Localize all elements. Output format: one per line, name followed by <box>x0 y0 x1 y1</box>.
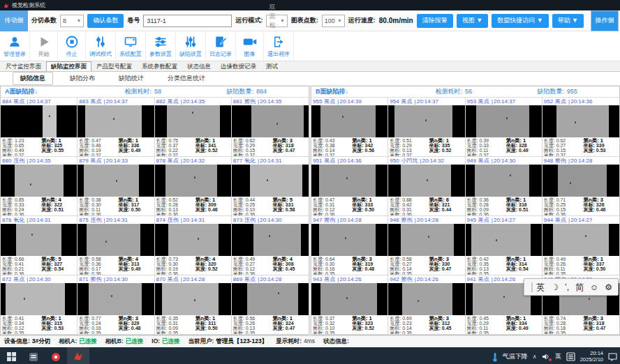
defect-cell[interactable]: 878 黑点 20:14:32 长度0.52 宽度0.28 面积0.13 米数0… <box>155 157 232 216</box>
defect-coordinate: 坐标323 <box>352 321 386 326</box>
defect-cell[interactable]: 942 擦伤 20:14:26 长度0.69 宽度0.23 面积0.14 米数0… <box>388 275 465 335</box>
taskbar-clock[interactable]: 20:14 2025/2/10 <box>580 351 603 363</box>
toolbar-button-user[interactable]: 管理登录 <box>0 31 30 61</box>
defect-cell[interactable]: 950 小凹坑 20:14:32 长度0.88 宽度0.42 面积0.31 米数… <box>388 157 465 216</box>
defect-cell[interactable]: 947 擦伤 20:14:28 长度0.64 宽度0.30 面积0.16 米数0… <box>311 216 388 275</box>
material-strip <box>553 224 608 256</box>
taskbar-app-icon-active[interactable] <box>67 347 89 364</box>
ime-language-indicator[interactable]: 英 <box>555 352 561 361</box>
defect-cell[interactable]: 881 擦伤 20:14:35 长度0.62 宽度0.29 面积0.15 米数0… <box>232 98 309 157</box>
defect-cell[interactable]: 869 黑点 20:14:28 长度0.56 宽度0.26 面积0.13 米数0… <box>232 275 309 335</box>
defect-stats: 长度0.85 宽度0.33 面积0.24 米数0.36 第n类4 坐标322 灰… <box>1 197 77 216</box>
taskbar-app-icon-2[interactable] <box>45 347 67 364</box>
tab-2[interactable]: 产品型号配置 <box>91 61 137 71</box>
toolbar-button-sliders-v[interactable]: 缺陷设置 <box>176 31 206 61</box>
subtab-1[interactable]: 缺陷分布 <box>63 73 102 84</box>
defect-cell[interactable]: 951 黑点 20:14:36 长度0.47 宽度0.31 面积0.12 米数0… <box>311 157 388 216</box>
subtab-3[interactable]: 分类信息统计 <box>161 73 212 84</box>
start-button[interactable] <box>0 347 22 364</box>
emoji-icon[interactable]: ☺ <box>590 283 598 291</box>
defect-gray-level: 灰度0.52 <box>195 266 230 271</box>
toolbar-button-stop[interactable]: 停止 <box>58 31 86 61</box>
defect-cell[interactable]: 884 黑点 20:14:37 长度1.23 宽度0.65 面积0.49 米数0… <box>1 98 78 157</box>
tab-5[interactable]: 边缘数据记录 <box>216 61 261 71</box>
toolbar-button-camera[interactable]: 图像 <box>236 31 264 61</box>
tab-3[interactable]: 系统参数配置 <box>137 61 182 71</box>
defect-image <box>542 224 619 256</box>
defect-cell[interactable]: 944 黑点 20:14:27 长度0.49 宽度0.26 面积0.11 米数0… <box>542 216 619 275</box>
tab-0[interactable]: 尺寸监控界面 <box>1 61 46 71</box>
ime-english-mode[interactable]: 英 <box>536 283 545 291</box>
defect-coordinate: 坐标316 <box>506 202 540 207</box>
drive-side-button[interactable]: 传动侧 <box>0 10 28 31</box>
defect-cell[interactable]: 955 黑点 20:14:39 长度0.43 宽度0.38 面积0.14 米数0… <box>311 98 388 157</box>
defect-cell[interactable]: 953 黑点 20:14:37 长度0.39 宽度0.33 面积0.11 米数0… <box>466 98 542 157</box>
defect-cell[interactable]: 945 黑点 20:14:27 长度0.42 宽度0.35 面积0.13 米数0… <box>466 216 542 275</box>
defect-cell[interactable]: 882 黑点 20:14:35 长度0.75 宽度0.37 面积0.22 米数0… <box>155 98 232 157</box>
defect-mark <box>30 183 31 185</box>
defect-cell[interactable]: 876 氧化 20:14:31 长度0.66 宽度0.41 面积0.21 米数0… <box>1 216 78 275</box>
defect-time: 20:14:31 <box>104 217 128 223</box>
defect-area: 面积0.13 <box>156 207 195 212</box>
defect-length: 长度0.58 <box>390 257 429 261</box>
defect-type: 擦伤 <box>324 216 335 224</box>
toolbar-button-exit[interactable]: 退出程序 <box>264 31 294 61</box>
moon-icon[interactable]: ☽ <box>551 283 559 291</box>
defect-cell[interactable]: 874 压伤 20:14:31 长度0.73 宽度0.30 面积0.19 米数0… <box>155 216 232 275</box>
tray-expand-caret[interactable]: ∧ <box>533 354 537 360</box>
defect-cell[interactable]: 870 黑点 20:14:28 长度0.35 宽度0.31 面积0.09 米数0… <box>155 275 232 335</box>
toolbar-button-monitor[interactable]: 系统配置 <box>116 31 146 61</box>
defect-cell[interactable]: 877 氧化 20:14:31 长度0.44 宽度0.25 面积0.10 米数0… <box>232 157 309 216</box>
defect-cell-header: 947 擦伤 20:14:28 <box>311 216 388 224</box>
toolbar-button-sliders-h[interactable]: 参数设置 <box>146 31 176 61</box>
defect-cell[interactable]: 872 黑点 20:14:30 长度0.41 宽度0.34 面积0.12 米数0… <box>1 275 78 335</box>
subtab-0[interactable]: 缺陷信息 <box>13 72 53 85</box>
tab-4[interactable]: 状态信息 <box>182 61 216 71</box>
defect-cell[interactable]: 879 黑点 20:14:33 长度0.38 宽度0.30 面积0.11 米数0… <box>78 157 154 216</box>
run-mode-select[interactable]: 双面检测 ▼ <box>266 15 287 27</box>
defect-cell[interactable]: 880 压伤 20:14:35 长度0.85 宽度0.33 面积0.24 米数0… <box>1 157 78 216</box>
action-center-icon[interactable] <box>608 353 617 361</box>
defect-time: 20:14:30 <box>104 276 128 282</box>
taskbar-app-icon-1[interactable] <box>22 347 45 364</box>
weather-text[interactable]: 气温下降 <box>503 352 528 361</box>
tab-6[interactable]: 测试 <box>261 61 283 71</box>
defect-cell[interactable]: 873 压伤 20:14:30 长度0.49 宽度0.27 面积0.12 米数0… <box>232 216 309 275</box>
defect-cell[interactable]: 954 黑点 20:14:37 长度0.51 宽度0.29 面积0.13 米数0… <box>388 98 465 157</box>
clear-alarm-button[interactable]: 清除报警 <box>417 14 453 28</box>
thermometer-icon[interactable] <box>492 352 498 362</box>
defect-cell[interactable]: 875 压伤 20:14:31 长度0.58 宽度0.36 面积0.17 米数0… <box>78 216 154 275</box>
defect-width: 宽度0.26 <box>233 321 273 326</box>
ime-simplified-mode[interactable]: 简 <box>575 283 584 291</box>
defect-cell[interactable]: 948 擦伤 20:14:28 长度0.71 宽度0.25 面积0.15 米数0… <box>542 157 619 216</box>
defect-coordinate: 坐标319 <box>352 261 386 266</box>
toolbar-button-tune[interactable]: 调试模式 <box>86 31 116 61</box>
defect-cell[interactable]: 949 黑点 20:14:30 长度0.36 宽度0.28 面积0.09 米数0… <box>466 157 542 216</box>
defect-cell[interactable]: 943 黑点 20:14:26 长度0.37 宽度0.32 面积0.10 米数0… <box>311 275 388 335</box>
tab-1[interactable]: 缺陷监控界面 <box>46 61 91 71</box>
defect-cell[interactable]: 883 黑点 20:14:37 长度0.47 宽度0.46 面积0.19 米数0… <box>78 98 154 157</box>
punctuation-icon[interactable]: ’, <box>565 283 569 291</box>
defect-cell[interactable]: 871 擦伤 20:14:30 长度0.77 宽度0.24 面积0.16 米数0… <box>78 275 154 335</box>
defect-type: 黑点 <box>13 275 24 283</box>
chart-points-select[interactable]: 100 ▼ <box>322 15 345 27</box>
volume-icon[interactable] <box>542 353 550 361</box>
slit-count-select[interactable]: 8 ▼ <box>60 15 84 27</box>
defect-cell[interactable]: 946 擦伤 20:14:28 长度0.58 宽度0.27 面积0.14 米数0… <box>388 216 465 275</box>
defect-cell-header: 875 压伤 20:14:31 <box>78 216 154 224</box>
subtab-2[interactable]: 缺陷统计 <box>112 73 151 84</box>
defect-area: 面积0.16 <box>313 266 352 271</box>
toolbar-button-play[interactable]: 开始 <box>30 31 58 61</box>
ime-keyboard-icon[interactable] <box>566 352 575 361</box>
confirm-count-button[interactable]: 确认条数 <box>87 14 124 28</box>
quick-access-menu-button[interactable]: 数据快捷访问 ▼ <box>492 14 548 28</box>
defect-time: 20:14:36 <box>337 158 361 164</box>
gear-icon[interactable]: ⚙ <box>605 283 612 291</box>
toolbar-button-log[interactable]: 日志记录 <box>206 31 236 61</box>
roll-number-input[interactable] <box>143 15 232 27</box>
defect-cell[interactable]: 952 黑点 20:14:36 长度0.62 宽度0.27 面积0.15 米数0… <box>542 98 619 157</box>
view-menu-button[interactable]: 视图 ▼ <box>457 14 488 28</box>
help-menu-button[interactable]: 帮助 ▼ <box>552 14 584 28</box>
operate-side-button[interactable]: 操作侧 <box>591 10 619 31</box>
defect-stats: 长度0.69 宽度0.23 面积0.14 米数0.35 第n类3 坐标312 灰… <box>388 315 464 335</box>
